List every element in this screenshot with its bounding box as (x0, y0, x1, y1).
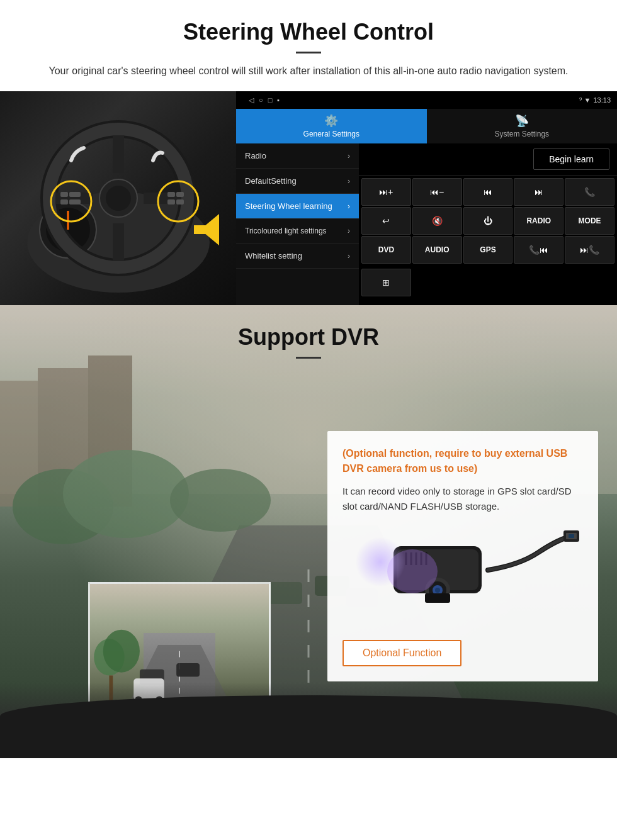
menu-item-whitelist[interactable]: Whitelist setting › (236, 244, 359, 269)
svg-rect-17 (69, 199, 81, 204)
menu-item-tricolour[interactable]: Tricoloured light settings › (236, 219, 359, 244)
ctrl-vol-down[interactable]: ⏮− (412, 178, 462, 206)
statusbar-nav: ◁ ○ □ ▪ (249, 96, 280, 104)
dvr-optional-text: (Optional function, require to buy exter… (342, 446, 583, 476)
svg-point-32 (170, 469, 271, 532)
recent-icon: □ (268, 96, 273, 104)
menu-list: Radio › DefaultSetting › Steering Wheel … (236, 143, 359, 305)
ctrl-last-row: ⊞ (359, 266, 617, 299)
dashboard-arch (0, 695, 617, 758)
svg-rect-58 (425, 593, 450, 603)
dashboard-bottom (0, 683, 617, 758)
ctrl-phone[interactable]: 📞 (565, 178, 614, 206)
dvr-background: Support DVR (0, 305, 617, 758)
menu-icon: ▪ (277, 96, 280, 104)
chevron-icon: › (348, 152, 350, 160)
chevron-icon: › (348, 252, 350, 260)
ctrl-next[interactable]: ⏭ (514, 178, 563, 206)
chevron-icon: › (348, 202, 350, 211)
ctrl-gps[interactable]: GPS (463, 236, 513, 264)
ctrl-power[interactable]: ⏻ (463, 207, 513, 235)
ctrl-phone-prev[interactable]: 📞⏮ (514, 236, 563, 264)
svg-rect-16 (69, 192, 81, 197)
tab-system-label: System Settings (494, 130, 549, 138)
svg-rect-23 (194, 225, 219, 234)
menu-whitelist-label: Whitelist setting (245, 251, 302, 260)
ctrl-vol-up[interactable]: ⏭+ (361, 178, 411, 206)
svg-point-31 (63, 450, 189, 538)
dvr-section: Support DVR (0, 305, 617, 758)
begin-learn-row: Begin learn (359, 143, 617, 176)
android-panel: ◁ ○ □ ▪ ⁹ ▼ 13:13 ⚙️ General Settings 📡 … (236, 91, 617, 305)
android-statusbar: ◁ ○ □ ▪ ⁹ ▼ 13:13 (236, 91, 617, 109)
screenshot-composite: ◁ ○ □ ▪ ⁹ ▼ 13:13 ⚙️ General Settings 📡 … (0, 91, 617, 305)
wifi-icon: ▼ (584, 96, 591, 104)
ctrl-audio[interactable]: AUDIO (412, 236, 462, 264)
dvr-title: Support DVR (0, 324, 617, 350)
control-buttons-grid: ⏭+ ⏮− ⏮ ⏭ 📞 ↩ 🔇 ⏻ RADIO MODE DVD AUDIO G… (359, 176, 617, 266)
section-description: Your original car's steering wheel contr… (38, 64, 579, 79)
android-content: Radio › DefaultSetting › Steering Wheel … (236, 143, 617, 305)
dvr-info-card: (Optional function, require to buy exter… (327, 431, 598, 681)
chevron-icon: › (348, 227, 350, 235)
steering-wheel-photo (0, 91, 236, 305)
menu-item-radio[interactable]: Radio › (236, 143, 359, 169)
svg-rect-21 (176, 199, 184, 204)
menu-default-label: DefaultSetting (245, 176, 297, 186)
svg-point-52 (435, 588, 440, 593)
dvr-desc-text: It can record video only to storage in G… (342, 484, 583, 514)
svg-rect-15 (60, 199, 68, 204)
ctrl-dvd[interactable]: DVD (361, 236, 411, 264)
page-title: Steering Wheel Control (25, 19, 592, 45)
tab-system-settings[interactable]: 📡 System Settings (427, 109, 618, 143)
steering-wheel-svg (18, 104, 219, 293)
svg-rect-18 (167, 192, 175, 197)
begin-learn-button[interactable]: Begin learn (533, 148, 609, 170)
menu-radio-label: Radio (245, 151, 266, 160)
svg-point-45 (103, 630, 140, 673)
dvr-title-area: Support DVR (0, 305, 617, 365)
svg-rect-40 (176, 663, 200, 676)
dvr-camera-illustration (342, 524, 583, 625)
ctrl-radio[interactable]: RADIO (514, 207, 563, 235)
menu-item-steering[interactable]: Steering Wheel learning › (236, 194, 359, 219)
ctrl-prev[interactable]: ⏮ (463, 178, 513, 206)
back-icon: ◁ (249, 96, 254, 104)
system-settings-icon: 📡 (515, 114, 529, 128)
optional-function-button[interactable]: Optional Function (342, 640, 461, 666)
ctrl-phone-next[interactable]: ⏭📞 (565, 236, 614, 264)
general-settings-icon: ⚙️ (324, 114, 338, 128)
svg-rect-14 (60, 192, 68, 197)
tab-general-label: General Settings (303, 130, 359, 138)
control-panel: Begin learn ⏭+ ⏮− ⏮ ⏭ 📞 ↩ 🔇 ⏻ RADIO MODE… (359, 143, 617, 305)
android-tabs: ⚙️ General Settings 📡 System Settings (236, 109, 617, 143)
ctrl-screen[interactable]: ⊞ (361, 269, 411, 296)
menu-tricolour-label: Tricoloured light settings (245, 227, 327, 235)
ctrl-back[interactable]: ↩ (361, 207, 411, 235)
svg-rect-61 (569, 534, 574, 538)
time-display: 13:13 (593, 96, 611, 104)
light-effect (355, 537, 405, 587)
svg-point-11 (106, 186, 131, 211)
menu-item-default[interactable]: DefaultSetting › (236, 169, 359, 194)
menu-steering-label: Steering Wheel learning (245, 201, 332, 211)
ctrl-mode[interactable]: MODE (565, 207, 614, 235)
svg-rect-20 (167, 199, 175, 204)
ctrl-mute[interactable]: 🔇 (412, 207, 462, 235)
title-divider (296, 52, 321, 53)
tab-general-settings[interactable]: ⚙️ General Settings (236, 109, 427, 143)
steering-wheel-section: Steering Wheel Control Your original car… (0, 0, 617, 79)
svg-rect-19 (176, 192, 184, 197)
dvr-divider (296, 357, 321, 359)
home-icon: ○ (259, 96, 263, 104)
chevron-icon: › (348, 177, 350, 186)
location-icon: ⁹ (579, 96, 582, 104)
